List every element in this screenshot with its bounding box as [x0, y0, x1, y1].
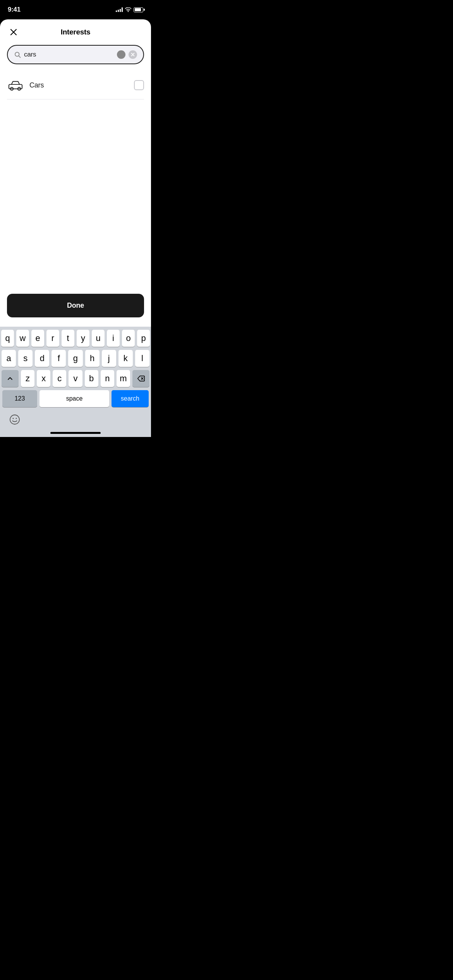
close-button[interactable] [8, 26, 19, 38]
key-t[interactable]: t [62, 330, 74, 347]
key-c[interactable]: c [53, 370, 66, 387]
search-input-value: cars [24, 51, 112, 58]
search-key[interactable]: search [112, 390, 149, 407]
key-h[interactable]: h [85, 350, 100, 367]
key-u[interactable]: u [92, 330, 105, 347]
search-bar[interactable]: cars [7, 45, 144, 64]
key-y[interactable]: y [77, 330, 89, 347]
key-v[interactable]: v [69, 370, 82, 387]
done-button[interactable]: Done [7, 294, 144, 317]
key-s[interactable]: s [18, 350, 33, 367]
results-list: Cars [0, 71, 151, 99]
key-z[interactable]: z [21, 370, 34, 387]
key-f[interactable]: f [51, 350, 66, 367]
key-p[interactable]: p [137, 330, 150, 347]
key-d[interactable]: d [35, 350, 49, 367]
status-time: 9:41 [8, 6, 21, 14]
key-m[interactable]: m [117, 370, 130, 387]
delete-key[interactable] [132, 370, 149, 387]
shift-key[interactable] [2, 370, 19, 387]
key-w[interactable]: w [16, 330, 29, 347]
keyboard-row-bottom: 123 space search [2, 390, 149, 407]
keyboard-footer [2, 410, 149, 430]
svg-line-1 [19, 56, 20, 57]
svg-point-8 [13, 418, 14, 419]
keyboard: q w e r t y u i o p a s d f g h j k l z … [0, 327, 151, 437]
clear-search-button[interactable] [129, 50, 137, 59]
key-a[interactable]: a [2, 350, 16, 367]
key-b[interactable]: b [85, 370, 98, 387]
keyboard-row-1: q w e r t y u i o p [2, 330, 149, 347]
emoji-button[interactable] [7, 412, 22, 427]
key-n[interactable]: n [101, 370, 114, 387]
done-area: Done [0, 288, 151, 327]
key-q[interactable]: q [1, 330, 14, 347]
car-icon [7, 77, 24, 94]
key-l[interactable]: l [135, 350, 149, 367]
result-label-cars: Cars [29, 81, 129, 89]
sheet-title: Interests [61, 28, 91, 36]
svg-point-7 [10, 415, 19, 424]
home-indicator [50, 432, 101, 434]
key-i[interactable]: i [107, 330, 120, 347]
key-g[interactable]: g [68, 350, 82, 367]
cars-checkbox[interactable] [134, 80, 144, 90]
wifi-icon [125, 7, 131, 12]
text-cursor [117, 50, 125, 59]
interests-sheet: Interests cars [0, 19, 151, 327]
space-key[interactable]: space [39, 390, 109, 407]
key-r[interactable]: r [46, 330, 59, 347]
numbers-key[interactable]: 123 [2, 390, 37, 407]
search-icon [14, 51, 21, 58]
key-e[interactable]: e [31, 330, 44, 347]
key-j[interactable]: j [102, 350, 116, 367]
battery-icon [134, 7, 143, 12]
svg-point-9 [16, 418, 17, 419]
keyboard-row-3: z x c v b n m [2, 370, 149, 387]
home-indicator-area [2, 430, 149, 437]
keyboard-row-2: a s d f g h j k l [2, 350, 149, 367]
signal-icon [116, 7, 123, 12]
key-x[interactable]: x [37, 370, 50, 387]
status-bar: 9:41 [0, 0, 151, 19]
status-icons [116, 7, 143, 12]
key-k[interactable]: k [118, 350, 133, 367]
search-container: cars [0, 40, 151, 71]
result-item-cars[interactable]: Cars [7, 71, 144, 99]
key-o[interactable]: o [122, 330, 135, 347]
sheet-header: Interests [0, 19, 151, 40]
